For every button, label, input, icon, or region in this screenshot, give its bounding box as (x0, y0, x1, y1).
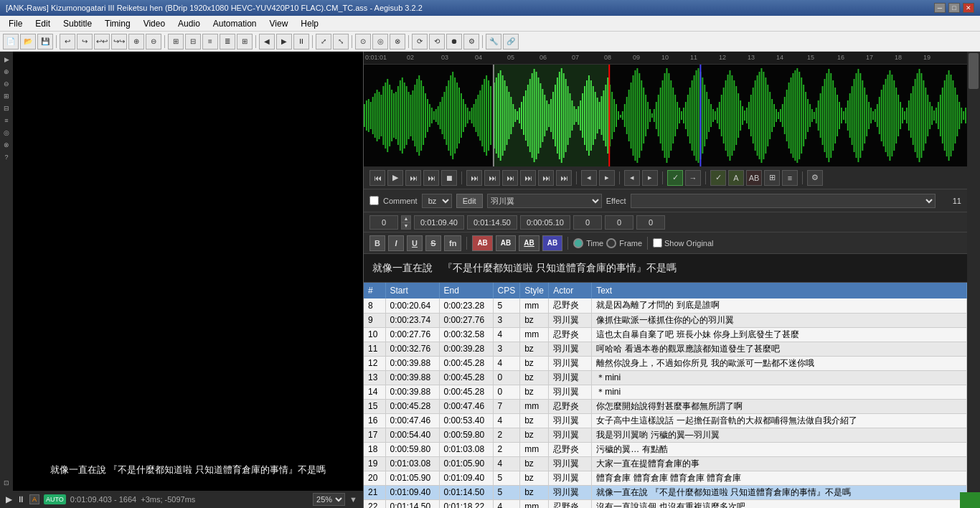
zoom-select[interactable]: 25% (313, 493, 345, 506)
timing-start[interactable] (414, 215, 464, 230)
new-button[interactable]: 📄 (3, 34, 19, 50)
tb-btn-6[interactable]: ⊖ (146, 34, 161, 50)
close-button[interactable]: ✕ (963, 3, 974, 13)
tb-btn-16[interactable]: ⤡ (333, 34, 349, 50)
tb-btn-14[interactable]: ⏸ (293, 34, 309, 50)
comment-checkbox[interactable] (369, 196, 379, 205)
waveform-right-scrollbar[interactable] (967, 52, 980, 508)
transport-auto-4[interactable]: ⊞ (764, 170, 780, 186)
table-row[interactable]: 80:00:20.640:00:23.285mm忍野炎就是因為離了才問的 到底是… (364, 298, 967, 313)
left-tb-btn-3[interactable]: ⊖ (1, 79, 11, 89)
tb-btn-15[interactable]: ⤢ (316, 34, 331, 50)
maximize-button[interactable]: □ (948, 3, 960, 13)
tb-btn-8[interactable]: ⊟ (185, 34, 201, 50)
menu-file[interactable]: File (3, 17, 28, 30)
italic-button[interactable]: I (388, 235, 404, 251)
table-row[interactable]: 90:00:23.740:00:27.763bz羽川翼像抓住歐派一樣抓住你的心的… (364, 313, 967, 327)
effect-select[interactable] (631, 194, 936, 208)
redo-button[interactable]: ↪ (77, 34, 93, 50)
transport-auto-1[interactable]: ✓ (710, 170, 726, 186)
tb-btn-20[interactable]: ⟳ (412, 34, 428, 50)
spin-up[interactable]: ▲ (401, 215, 411, 222)
menu-help[interactable]: Help (295, 17, 324, 30)
tb-btn-23[interactable]: ⚙ (463, 34, 479, 50)
table-row[interactable]: 180:00:59.800:01:03.082mm忍野炎污穢的翼… 有點酷 (364, 442, 967, 456)
transport-btn-6[interactable]: ⏭ (556, 170, 572, 186)
transport-btn-3[interactable]: ⏭ (502, 170, 518, 186)
ab-btn-1[interactable]: AB (472, 235, 492, 251)
left-tb-btn-8[interactable]: ⊗ (1, 140, 11, 150)
timing-val-1[interactable] (573, 215, 602, 230)
tb-btn-12[interactable]: ◀ (259, 34, 275, 50)
left-tb-btn-2[interactable]: ⊕ (1, 67, 11, 77)
menu-timing[interactable]: Timing (99, 17, 136, 30)
spin-down[interactable]: ▼ (401, 222, 411, 230)
save-button[interactable]: 💾 (37, 34, 53, 50)
actor-select[interactable]: 羽川翼 (487, 194, 602, 208)
transport-btn-9[interactable]: ◂ (624, 170, 640, 186)
tb-btn-18[interactable]: ◎ (372, 34, 388, 50)
table-row[interactable]: 120:00:39.880:00:45.284bz羽川翼離然你說身上，不過如你所… (364, 356, 967, 370)
menu-audio[interactable]: Audio (172, 17, 206, 30)
transport-auto-3[interactable]: AB (746, 170, 762, 186)
tb-btn-9[interactable]: ≡ (202, 34, 218, 50)
transport-stop[interactable]: ⏹ (441, 170, 457, 186)
frame-radio-indicator[interactable] (606, 238, 616, 248)
transport-commit[interactable]: ✓ (667, 170, 683, 186)
timing-val-3[interactable] (636, 215, 665, 230)
play-button[interactable]: ▶ (6, 494, 12, 504)
tb-btn-10[interactable]: ≣ (220, 34, 235, 50)
transport-btn-7[interactable]: ◂ (581, 170, 597, 186)
menu-view[interactable]: View (264, 17, 294, 30)
tb-btn-25[interactable]: 🔗 (503, 34, 519, 50)
transport-play[interactable]: ▶ (387, 170, 403, 186)
menu-subtitle[interactable]: Subtitle (57, 17, 98, 30)
table-row[interactable]: 190:01:03.080:01:05.904bz羽川翼大家一直在提體育倉庫的事 (364, 456, 967, 471)
transport-skip-next[interactable]: ⏭ (423, 170, 439, 186)
ab-btn-3[interactable]: AB (519, 235, 539, 251)
menu-automation[interactable]: Automation (207, 17, 263, 30)
tb-btn-22[interactable]: ⏺ (446, 34, 462, 50)
loop-button[interactable]: A (29, 494, 39, 504)
table-row[interactable]: 170:00:54.400:00:59.802bz羽川翼我是羽川翼喲 污穢的翼—… (364, 428, 967, 442)
timing-val-2[interactable] (605, 215, 633, 230)
table-row[interactable]: 130:00:39.880:00:45.280bz羽川翼＊mini (364, 370, 967, 385)
time-radio-indicator[interactable] (573, 238, 583, 248)
tb-btn-7[interactable]: ⊞ (168, 34, 184, 50)
tb-btn-11[interactable]: ⊞ (237, 34, 253, 50)
transport-btn-1[interactable]: ⏭ (466, 170, 482, 186)
tb-btn-13[interactable]: ▶ (276, 34, 292, 50)
table-row[interactable]: 150:00:45.280:00:47.467mm忍野炎你怎麼開始說得對甚麼事都… (364, 399, 967, 413)
tb-btn-3[interactable]: ↩↩ (94, 34, 110, 50)
left-tb-btn-9[interactable]: ? (1, 152, 11, 162)
transport-btn-2[interactable]: ⏭ (484, 170, 500, 186)
timing-field-0[interactable] (369, 215, 398, 230)
transport-next[interactable]: → (685, 170, 701, 186)
tb-btn-24[interactable]: 🔧 (486, 34, 501, 50)
tb-btn-5[interactable]: ⊕ (128, 34, 144, 50)
left-tb-btn-6[interactable]: ≡ (1, 116, 11, 126)
table-row[interactable]: 210:01:09.400:01:14.505bz羽川翼就像一直在說 『不是什麼… (364, 485, 967, 499)
pause-button[interactable]: ⏸ (17, 494, 25, 504)
left-tb-btn-1[interactable]: ▶ (1, 55, 11, 65)
transport-btn-5[interactable]: ⏭ (538, 170, 554, 186)
transport-skip-start[interactable]: ⏮ (369, 170, 385, 186)
transport-btn-8[interactable]: ▸ (599, 170, 615, 186)
transport-skip-prev[interactable]: ⏭ (405, 170, 421, 186)
minimize-button[interactable]: ─ (934, 3, 946, 13)
bold-button[interactable]: B (369, 235, 385, 251)
transport-auto-5[interactable]: ≡ (782, 170, 798, 186)
fn-button[interactable]: fn (444, 235, 461, 251)
tb-btn-21[interactable]: ⟲ (429, 34, 445, 50)
left-tb-btn-4[interactable]: ⊞ (1, 91, 11, 101)
table-row[interactable]: 110:00:32.760:00:39.283bz羽川翼呵哈哈 看過本卷的觀眾應… (364, 342, 967, 356)
open-button[interactable]: 📂 (20, 34, 36, 50)
ab-btn-2[interactable]: AB (496, 235, 516, 251)
menu-video[interactable]: Video (138, 17, 171, 30)
left-tb-btn-5[interactable]: ⊟ (1, 103, 11, 113)
show-original-checkbox[interactable] (653, 238, 662, 248)
tb-btn-4[interactable]: ↪↪ (111, 34, 127, 50)
style-select[interactable]: bz (422, 194, 452, 208)
menu-edit[interactable]: Edit (29, 17, 56, 30)
table-row[interactable]: 100:00:27.760:00:32.584mm忍野炎這也太自暴自棄了吧 班長… (364, 327, 967, 342)
